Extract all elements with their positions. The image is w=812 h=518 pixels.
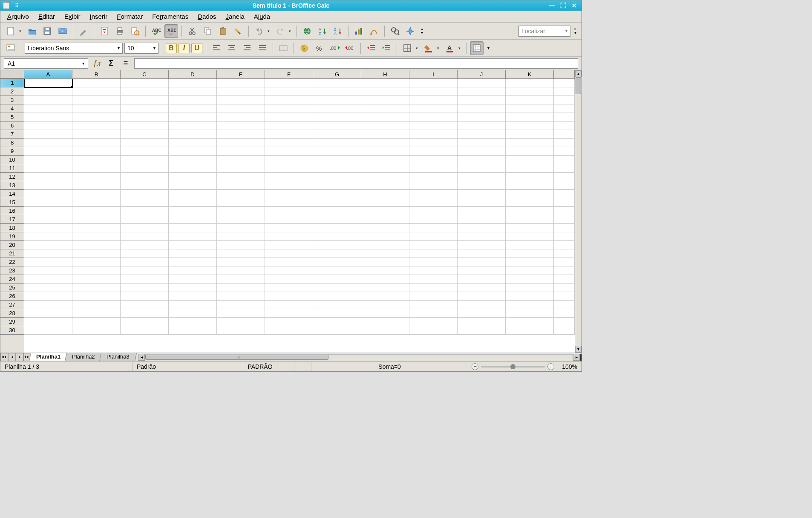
- cell-K8[interactable]: [506, 139, 554, 147]
- cell-A11[interactable]: [24, 164, 72, 173]
- row-header-13[interactable]: 13: [0, 181, 24, 190]
- cell-G11[interactable]: [313, 164, 361, 173]
- cell-G29[interactable]: [313, 318, 361, 326]
- row-header-11[interactable]: 11: [0, 164, 24, 173]
- menu-arquivo[interactable]: Arquivo: [3, 12, 33, 21]
- cell-K4[interactable]: [506, 104, 554, 113]
- cell-I16[interactable]: [409, 207, 458, 215]
- cell-J25[interactable]: [458, 284, 506, 292]
- cell-A18[interactable]: [24, 224, 72, 232]
- cell-A23[interactable]: [24, 266, 72, 275]
- cell-E16[interactable]: [217, 207, 265, 215]
- merge-cells-icon[interactable]: [276, 41, 290, 55]
- cell-B18[interactable]: [72, 224, 121, 232]
- cell-A30[interactable]: [24, 326, 72, 335]
- cell-I11[interactable]: [409, 164, 458, 173]
- cell-K7[interactable]: [506, 130, 554, 139]
- row-header-2[interactable]: 2: [0, 87, 24, 96]
- cell-J9[interactable]: [458, 147, 506, 156]
- cell-F12[interactable]: [265, 173, 313, 181]
- cell-E17[interactable]: [217, 215, 265, 224]
- cell-E11[interactable]: [217, 164, 265, 173]
- cell-B27[interactable]: [72, 301, 121, 309]
- cell-G1[interactable]: [313, 79, 361, 87]
- status-sum[interactable]: Soma=0: [311, 362, 468, 371]
- cell-A1[interactable]: [24, 79, 72, 87]
- cell-I25[interactable]: [409, 284, 458, 292]
- cell-C27[interactable]: [121, 301, 169, 309]
- menu-formatar[interactable]: Formatar: [112, 12, 147, 21]
- row-header-27[interactable]: 27: [0, 301, 24, 309]
- cell-G21[interactable]: [313, 249, 361, 258]
- cell-I20[interactable]: [409, 241, 458, 249]
- cell-H10[interactable]: [361, 156, 409, 164]
- cell-G14[interactable]: [313, 190, 361, 198]
- cell-J27[interactable]: [458, 301, 506, 309]
- cell-G26[interactable]: [313, 292, 361, 301]
- maximize-icon[interactable]: ⛶: [559, 2, 567, 9]
- sheet-tab-3[interactable]: Planilha3: [99, 353, 137, 361]
- cell-grid[interactable]: [24, 79, 575, 353]
- export-pdf-icon[interactable]: [98, 24, 111, 38]
- row-header-4[interactable]: 4: [0, 104, 24, 113]
- decrease-indent-icon[interactable]: [364, 41, 378, 55]
- cell-G20[interactable]: [313, 241, 361, 249]
- cell-C10[interactable]: [121, 156, 169, 164]
- cell-C17[interactable]: [121, 215, 169, 224]
- zoom-slider[interactable]: − +: [468, 363, 558, 370]
- sort-asc-icon[interactable]: AZ: [316, 24, 329, 38]
- cell-I28[interactable]: [409, 309, 458, 318]
- cell-J13[interactable]: [458, 181, 506, 190]
- cell-D5[interactable]: [169, 113, 217, 122]
- cell-K2[interactable]: [506, 87, 554, 96]
- align-center-icon[interactable]: [225, 41, 239, 55]
- cell-I15[interactable]: [409, 198, 458, 207]
- cell-J20[interactable]: [458, 241, 506, 249]
- cell-I7[interactable]: [409, 130, 458, 139]
- cell-I26[interactable]: [409, 292, 458, 301]
- cell-D15[interactable]: [169, 198, 217, 207]
- cell-I8[interactable]: [409, 139, 458, 147]
- cell-K20[interactable]: [506, 241, 554, 249]
- zoom-track[interactable]: [481, 366, 545, 368]
- cell-E14[interactable]: [217, 190, 265, 198]
- cell-K29[interactable]: [506, 318, 554, 326]
- cell-E24[interactable]: [217, 275, 265, 284]
- cell-B4[interactable]: [72, 104, 121, 113]
- cell-D16[interactable]: [169, 207, 217, 215]
- scroll-right-icon[interactable]: ▸: [573, 354, 580, 361]
- cell-F4[interactable]: [265, 104, 313, 113]
- cell-D20[interactable]: [169, 241, 217, 249]
- row-header-8[interactable]: 8: [0, 139, 24, 147]
- cell-D17[interactable]: [169, 215, 217, 224]
- hyperlink-icon[interactable]: [300, 24, 314, 38]
- cell-C22[interactable]: [121, 258, 169, 266]
- row-header-22[interactable]: 22: [0, 258, 24, 266]
- increase-indent-icon[interactable]: [380, 41, 393, 55]
- cell-H19[interactable]: [361, 232, 409, 241]
- cell-I3[interactable]: [409, 96, 458, 104]
- cell-A4[interactable]: [24, 104, 72, 113]
- cell-J7[interactable]: [458, 130, 506, 139]
- cell-G28[interactable]: [313, 309, 361, 318]
- cell-F19[interactable]: [265, 232, 313, 241]
- cell-K12[interactable]: [506, 173, 554, 181]
- cell-J6[interactable]: [458, 122, 506, 130]
- cell-A10[interactable]: [24, 156, 72, 164]
- cell-E10[interactable]: [217, 156, 265, 164]
- show-draw-functions-icon[interactable]: [367, 24, 381, 38]
- sheet-tab-1[interactable]: Planilha1: [29, 353, 68, 361]
- cell-H22[interactable]: [361, 258, 409, 266]
- cell-F8[interactable]: [265, 139, 313, 147]
- cell-J17[interactable]: [458, 215, 506, 224]
- cell-E12[interactable]: [217, 173, 265, 181]
- cell-H17[interactable]: [361, 215, 409, 224]
- add-decimal-icon[interactable]: .00: [328, 41, 342, 55]
- cell-D6[interactable]: [169, 122, 217, 130]
- underline-button[interactable]: U: [191, 43, 202, 53]
- cell-C28[interactable]: [121, 309, 169, 318]
- row-header-20[interactable]: 20: [0, 241, 24, 249]
- align-left-icon[interactable]: [210, 41, 223, 55]
- minimize-icon[interactable]: —: [548, 2, 556, 9]
- cell-A27[interactable]: [24, 301, 72, 309]
